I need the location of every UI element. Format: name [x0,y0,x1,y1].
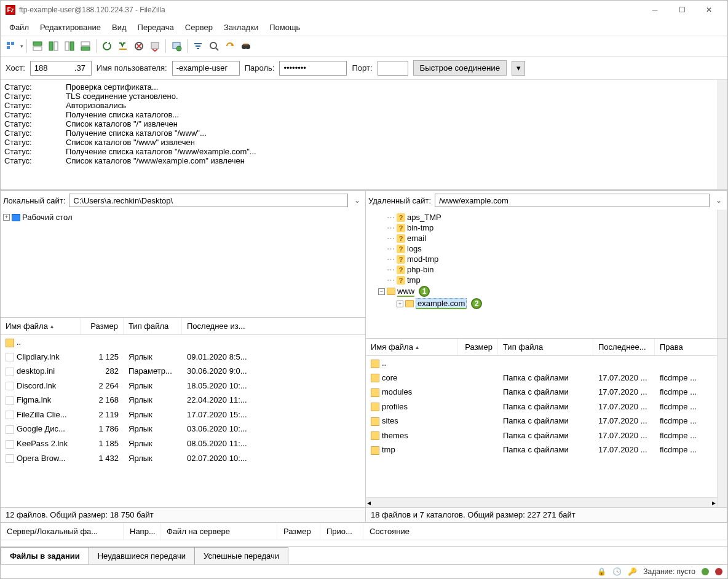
list-item[interactable]: tmpПапка с файлами17.07.2020 ...flcdmpe … [366,443,727,457]
tab-queued[interactable]: Файлы в задании [1,547,89,564]
lock-icon[interactable]: 🔒 [597,567,606,576]
tab-failed[interactable]: Неудавшиеся передачи [89,547,195,564]
local-path-dropdown[interactable]: ⌄ [352,196,363,205]
tree-row[interactable]: ⋯?tmp [387,275,724,285]
col-name[interactable]: Имя файла▴ [366,339,458,355]
minimize-button[interactable]: ─ [641,1,668,18]
list-item[interactable]: Discord.lnk2 264Ярлык18.05.2020 10:... [1,379,365,393]
remote-list-scrollbar-h[interactable]: ◂▸ [366,497,717,507]
remote-file-list[interactable]: Имя файла▴ Размер Тип файла Последнее...… [366,339,727,507]
menu-bookmarks[interactable]: Закладки [219,20,263,34]
col-size[interactable]: Размер [458,339,498,355]
tab-success[interactable]: Успешные передачи [194,547,288,564]
process-queue-icon[interactable] [116,39,130,53]
site-manager-icon[interactable] [4,39,19,53]
menu-server[interactable]: Сервер [180,20,218,34]
collapse-icon[interactable]: − [378,288,385,295]
tree-row[interactable]: ⋯?email [387,233,724,243]
tree-row-desktop[interactable]: + Рабочий стол [3,212,363,223]
remote-path-dropdown[interactable]: ⌄ [713,196,724,205]
binoculars-icon[interactable] [239,39,253,53]
tree-row[interactable]: ⋯?php-bin [387,264,724,275]
list-item[interactable]: Opera Brow...1 432Ярлык02.07.2020 10:... [1,451,365,466]
col-perm[interactable]: Права [655,339,727,355]
user-input[interactable] [172,61,240,76]
port-label: Порт: [352,63,372,73]
col-size[interactable]: Размер [81,318,124,334]
list-item[interactable]: coreПапка с файлами17.07.2020 ...flcdmpe… [366,371,727,385]
list-item[interactable]: .. [366,356,727,371]
qcol-remote[interactable]: Файл на сервере [160,523,277,540]
svg-point-18 [210,42,216,49]
log-scrollbar[interactable] [718,80,727,189]
user-label: Имя пользователя: [97,63,167,73]
list-item[interactable]: FileZilla Clie...2 119Ярлык17.07.2020 15… [1,408,365,422]
tree-row[interactable]: ⋯?bin-tmp [387,223,724,233]
log-row: Статус:Получение списка каталогов "/www/… [4,147,724,156]
key-icon[interactable]: 🔑 [628,567,637,576]
qcol-status[interactable]: Состояние [363,523,727,540]
tree-row-www[interactable]: − www 1 [368,285,724,297]
tree-row-example[interactable]: + example.com 2 [368,297,724,310]
toggle-local-tree-icon[interactable] [46,39,61,53]
list-item[interactable]: Clipdiary.lnk1 125Ярлык09.01.2020 8:5... [1,350,365,364]
list-item[interactable]: KeePass 2.lnk1 185Ярлык08.05.2020 11:... [1,436,365,451]
qcol-size[interactable]: Размер [277,523,320,540]
col-modified[interactable]: Последнее из... [182,318,365,334]
col-type[interactable]: Тип файла [498,339,593,355]
qcol-server[interactable]: Сервер/Локальный фа... [1,523,124,540]
pass-input[interactable] [279,61,347,76]
expand-icon[interactable]: + [397,301,403,307]
toggle-remote-tree-icon[interactable] [62,39,77,53]
menu-file[interactable]: Файл [4,20,34,34]
list-item[interactable]: themesПапка с файлами17.07.2020 ...flcdm… [366,428,727,443]
menu-edit[interactable]: Редактирование [35,20,106,34]
quick-connect-button[interactable]: Быстрое соединение [413,60,507,76]
close-button[interactable]: ✕ [695,1,722,18]
expand-icon[interactable]: + [3,214,10,221]
remote-tree-scrollbar[interactable] [717,210,727,338]
tree-row[interactable]: ⋯?mod-tmp [387,254,724,264]
remote-path-input[interactable] [435,194,710,207]
clock-icon[interactable]: 🕓 [612,567,622,576]
port-input[interactable] [378,61,408,76]
cancel-icon[interactable] [132,39,146,53]
compare-icon[interactable] [223,39,237,53]
tree-row[interactable]: ⋯?logs [387,243,724,254]
tree-row[interactable]: ⋯?aps_TMP [387,212,724,223]
list-item[interactable]: Figma.lnk2 168Ярлык22.04.2020 11:... [1,393,365,408]
host-input[interactable] [30,61,92,76]
maximize-button[interactable]: ☐ [668,1,695,18]
list-item[interactable]: desktop.ini282Параметр...30.06.2020 9:0.… [1,364,365,379]
search-icon[interactable] [207,39,221,53]
log-row: Статус:Получение списка каталогов "/www"… [4,128,724,138]
remote-tree[interactable]: ⋯?aps_TMP⋯?bin-tmp⋯?email⋯?logs⋯?mod-tmp… [366,210,727,339]
list-item[interactable]: modulesПапка с файлами17.07.2020 ...flcd… [366,385,727,400]
reconnect-icon[interactable] [169,39,184,53]
menu-view[interactable]: Вид [107,20,132,34]
annotation-badge-2: 2 [471,298,482,309]
disconnect-icon[interactable] [148,39,162,53]
local-file-list[interactable]: Имя файла▴ Размер Тип файла Последнее из… [1,318,365,507]
list-item[interactable]: profilesПапка с файлами17.07.2020 ...flc… [366,400,727,414]
toggle-log-icon[interactable] [30,39,45,53]
log-row: Статус:Список каталогов "/www/example.co… [4,156,724,165]
quick-connect-dropdown[interactable]: ▾ [512,61,525,76]
local-tree[interactable]: + Рабочий стол [1,210,365,318]
toggle-queue-icon[interactable] [78,39,93,53]
menu-transfer[interactable]: Передача [133,20,179,34]
qcol-prio[interactable]: Прио... [320,523,363,540]
col-type[interactable]: Тип файла [124,318,182,334]
refresh-icon[interactable] [100,39,114,53]
local-path-input[interactable] [69,194,348,207]
col-modified[interactable]: Последнее... [593,339,655,355]
list-item[interactable]: .. [1,335,365,350]
message-log[interactable]: Статус:Проверка сертификата...Статус:TLS… [1,80,727,191]
menu-help[interactable]: Помощь [264,20,305,34]
qcol-dir[interactable]: Напр... [124,523,160,540]
remote-list-scrollbar-v[interactable] [717,339,727,507]
list-item[interactable]: Google Дис...1 786Ярлык03.06.2020 10:... [1,422,365,436]
col-name[interactable]: Имя файла▴ [1,318,81,334]
filter-icon[interactable] [191,39,205,53]
list-item[interactable]: sitesПапка с файлами17.07.2020 ...flcdmp… [366,414,727,428]
